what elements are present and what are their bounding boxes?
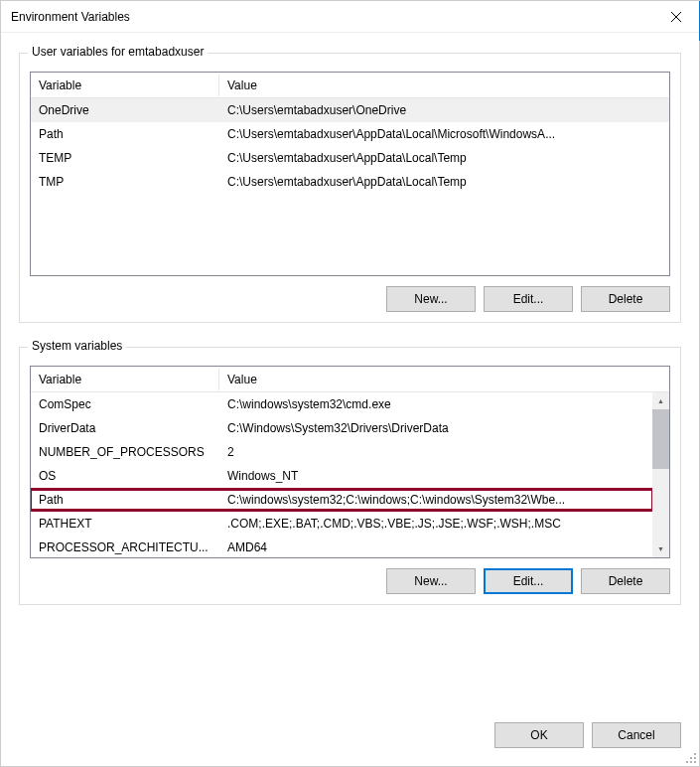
var-name: OS [31, 465, 219, 487]
cancel-button[interactable]: Cancel [592, 722, 681, 748]
column-header-value[interactable]: Value [219, 75, 669, 96]
scroll-track[interactable] [652, 409, 669, 540]
var-value: C:\Users\emtabadxuser\AppData\Local\Temp [219, 171, 669, 193]
svg-point-2 [694, 757, 696, 759]
var-name: DriverData [31, 417, 219, 439]
table-row[interactable]: NUMBER_OF_PROCESSORS 2 [31, 440, 652, 464]
svg-point-5 [694, 761, 696, 763]
user-variables-list[interactable]: Variable Value OneDrive C:\Users\emtabad… [30, 72, 670, 276]
svg-point-4 [690, 761, 692, 763]
system-variables-legend: System variables [28, 339, 126, 353]
scroll-thumb[interactable] [652, 409, 669, 469]
var-value: C:\windows\system32\cmd.exe [219, 393, 652, 415]
close-button[interactable] [653, 1, 699, 33]
svg-point-0 [694, 753, 696, 755]
table-row[interactable]: OS Windows_NT [31, 464, 652, 488]
svg-point-3 [686, 761, 688, 763]
var-name: PROCESSOR_ARCHITECTU... [31, 537, 219, 557]
table-row-path[interactable]: Path C:\windows\system32;C:\windows;C:\w… [31, 488, 652, 512]
var-value: AMD64 [219, 537, 652, 557]
ok-button[interactable]: OK [494, 722, 584, 748]
var-name: OneDrive [31, 99, 219, 121]
user-buttons: New... Edit... Delete [30, 286, 670, 312]
system-list-body: ComSpec C:\windows\system32\cmd.exe Driv… [31, 392, 669, 557]
var-value: C:\windows\system32;C:\windows;C:\window… [219, 489, 652, 511]
list-header: Variable Value [31, 73, 669, 98]
table-row[interactable]: Path C:\Users\emtabadxuser\AppData\Local… [31, 122, 669, 146]
system-delete-button[interactable]: Delete [581, 568, 670, 594]
system-variables-group: System variables Variable Value ComSpec … [19, 347, 681, 605]
titlebar: Environment Variables [1, 1, 699, 33]
var-name: PATHEXT [31, 513, 219, 535]
list-header: Variable Value [31, 367, 669, 392]
system-variables-list[interactable]: Variable Value ComSpec C:\windows\system… [30, 366, 670, 558]
var-value: C:\Windows\System32\Drivers\DriverData [219, 417, 652, 439]
table-row[interactable]: PATHEXT .COM;.EXE;.BAT;.CMD;.VBS;.VBE;.J… [31, 512, 652, 536]
dialog-content: User variables for emtabadxuser Variable… [1, 33, 699, 716]
window-title: Environment Variables [11, 10, 130, 24]
environment-variables-dialog: Environment Variables User variables for… [0, 0, 700, 767]
table-row[interactable]: ComSpec C:\windows\system32\cmd.exe [31, 392, 652, 416]
var-name: Path [31, 123, 219, 145]
var-value: .COM;.EXE;.BAT;.CMD;.VBS;.VBE;.JS;.JSE;.… [219, 513, 652, 535]
system-buttons: New... Edit... Delete [30, 568, 670, 594]
system-new-button[interactable]: New... [386, 568, 476, 594]
var-name: TEMP [31, 147, 219, 169]
user-variables-legend: User variables for emtabadxuser [28, 45, 208, 59]
column-header-value[interactable]: Value [219, 369, 669, 390]
var-value: C:\Users\emtabadxuser\OneDrive [219, 99, 669, 121]
var-name: Path [31, 489, 219, 511]
var-name: TMP [31, 171, 219, 193]
var-value: C:\Users\emtabadxuser\AppData\Local\Temp [219, 147, 669, 169]
user-list-body: OneDrive C:\Users\emtabadxuser\OneDrive … [31, 98, 669, 275]
user-new-button[interactable]: New... [386, 286, 476, 312]
var-name: ComSpec [31, 393, 219, 415]
table-row[interactable]: DriverData C:\Windows\System32\Drivers\D… [31, 416, 652, 440]
var-value: 2 [219, 441, 652, 463]
user-variables-group: User variables for emtabadxuser Variable… [19, 53, 681, 323]
var-value: C:\Users\emtabadxuser\AppData\Local\Micr… [219, 123, 669, 145]
table-row[interactable]: PROCESSOR_ARCHITECTU... AMD64 [31, 536, 652, 557]
close-icon [671, 12, 681, 22]
table-row[interactable]: OneDrive C:\Users\emtabadxuser\OneDrive [31, 98, 669, 122]
svg-point-1 [690, 757, 692, 759]
resize-grip-icon[interactable] [685, 752, 697, 764]
user-delete-button[interactable]: Delete [581, 286, 670, 312]
column-header-variable[interactable]: Variable [31, 369, 219, 390]
table-row[interactable]: TEMP C:\Users\emtabadxuser\AppData\Local… [31, 146, 669, 170]
table-row[interactable]: TMP C:\Users\emtabadxuser\AppData\Local\… [31, 170, 669, 194]
scroll-up-icon[interactable]: ▲ [652, 392, 669, 409]
var-name: NUMBER_OF_PROCESSORS [31, 441, 219, 463]
var-value: Windows_NT [219, 465, 652, 487]
user-edit-button[interactable]: Edit... [484, 286, 573, 312]
column-header-variable[interactable]: Variable [31, 75, 219, 96]
scrollbar[interactable]: ▲ ▼ [652, 392, 669, 557]
system-edit-button[interactable]: Edit... [484, 568, 573, 594]
dialog-footer: OK Cancel [1, 716, 699, 766]
scroll-down-icon[interactable]: ▼ [652, 540, 669, 557]
